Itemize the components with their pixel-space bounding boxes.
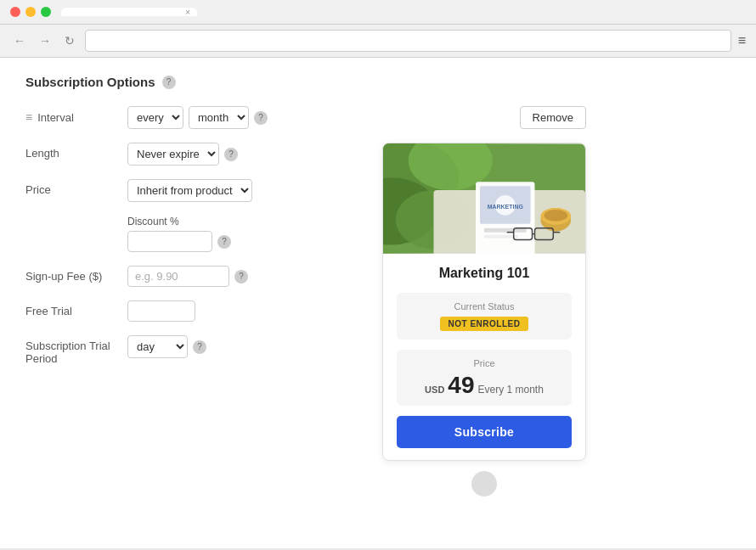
length-select[interactable]: Never expire 1 month 3 months 6 months 1… — [127, 143, 219, 166]
price-label: Price — [25, 179, 127, 196]
drag-handle-icon: ≡ — [25, 110, 32, 124]
remove-btn-container: Remove — [520, 106, 586, 129]
back-button[interactable]: ← — [10, 32, 29, 49]
status-label: Current Status — [407, 301, 561, 311]
trial-period-content: day week month ? — [127, 335, 348, 358]
interval-content: every month week year ? — [127, 106, 348, 129]
interval-help-icon[interactable]: ? — [254, 111, 268, 125]
remove-button[interactable]: Remove — [520, 106, 586, 129]
reload-button[interactable]: ↻ — [61, 32, 78, 49]
section-header: Subscription Options ? — [25, 75, 731, 89]
interval-every-select[interactable]: every — [127, 106, 183, 129]
signup-fee-content: ? — [127, 266, 348, 287]
free-trial-input[interactable]: 0 — [127, 300, 195, 322]
signup-fee-label: Sign-up Fee ($) — [25, 266, 127, 283]
discount-help-icon[interactable]: ? — [217, 235, 231, 249]
close-window-button[interactable] — [10, 7, 20, 17]
discount-input[interactable] — [127, 231, 212, 252]
svg-rect-9 — [484, 228, 527, 233]
preview-section: MARKETING — [382, 143, 586, 499]
length-help-icon[interactable]: ? — [224, 148, 238, 161]
free-trial-label: Free Trial — [25, 300, 127, 317]
tab-close-button[interactable]: × — [185, 8, 190, 17]
preview-product-title: Marketing 101 — [397, 266, 572, 281]
browser-tab-bar: × — [61, 8, 197, 16]
minimize-window-button[interactable] — [25, 7, 36, 17]
browser-titlebar: × — [10, 7, 746, 17]
section-help-icon[interactable]: ? — [162, 76, 176, 89]
interval-label: ≡ Interval — [25, 106, 127, 124]
subscribe-button[interactable]: Subscribe — [397, 416, 572, 448]
price-select[interactable]: Inherit from product Custom price — [127, 179, 252, 202]
price-box: Price USD 49 Every 1 month — [397, 350, 572, 406]
svg-text:MARKETING: MARKETING — [488, 204, 523, 210]
svg-point-14 — [544, 210, 567, 222]
browser-tab[interactable]: × — [61, 8, 197, 16]
preview-card-body: Marketing 101 Current Status NOT ENROLLE… — [383, 254, 585, 460]
price-currency: USD — [425, 384, 444, 395]
price-display: USD 49 Every 1 month — [407, 373, 561, 397]
trial-period-label: Subscription Trial Period — [25, 335, 127, 365]
main-layout: ≡ Interval every month week year ? — [25, 106, 731, 499]
page-content: Subscription Options ? ≡ Interval every … — [0, 58, 756, 548]
length-content: Never expire 1 month 3 months 6 months 1… — [127, 143, 348, 166]
section-title: Subscription Options — [25, 75, 155, 89]
browser-menu-button[interactable]: ≡ — [738, 33, 746, 48]
scroll-dot — [471, 471, 497, 497]
free-trial-row: Free Trial 0 — [25, 300, 348, 322]
right-panel: Remove — [382, 106, 586, 499]
traffic-lights — [10, 7, 51, 17]
interval-period-select[interactable]: month week year — [189, 106, 249, 129]
forward-button[interactable]: → — [36, 32, 54, 49]
address-bar[interactable] — [85, 30, 731, 52]
preview-card: MARKETING — [382, 143, 586, 461]
price-row: Price Inherit from product Custom price … — [25, 179, 348, 252]
preview-card-image: MARKETING — [383, 143, 585, 254]
browser-toolbar: ← → ↻ ≡ — [0, 25, 756, 58]
status-box: Current Status NOT ENROLLED — [397, 293, 572, 340]
price-box-label: Price — [407, 358, 561, 368]
browser-chrome: × — [0, 0, 756, 25]
svg-rect-10 — [484, 235, 518, 239]
signup-fee-help-icon[interactable]: ? — [234, 270, 248, 283]
price-interval: Every 1 month — [478, 384, 544, 396]
price-content: Inherit from product Custom price Discou… — [127, 179, 348, 252]
signup-fee-row: Sign-up Fee ($) ? — [25, 266, 348, 287]
trial-period-help-icon[interactable]: ? — [193, 340, 206, 354]
scroll-indicator — [382, 471, 586, 499]
maximize-window-button[interactable] — [41, 7, 51, 17]
length-label: Length — [25, 143, 127, 160]
trial-period-row: Subscription Trial Period day week month… — [25, 335, 348, 365]
free-trial-content: 0 — [127, 300, 348, 322]
status-badge: NOT ENROLLED — [440, 317, 529, 331]
discount-label: Discount % — [127, 216, 348, 227]
signup-fee-input[interactable] — [127, 266, 229, 287]
form-section: ≡ Interval every month week year ? — [25, 106, 348, 499]
length-row: Length Never expire 1 month 3 months 6 m… — [25, 143, 348, 166]
interval-row: ≡ Interval every month week year ? — [25, 106, 348, 129]
trial-period-select[interactable]: day week month — [127, 335, 188, 358]
price-amount: 49 — [448, 373, 474, 397]
